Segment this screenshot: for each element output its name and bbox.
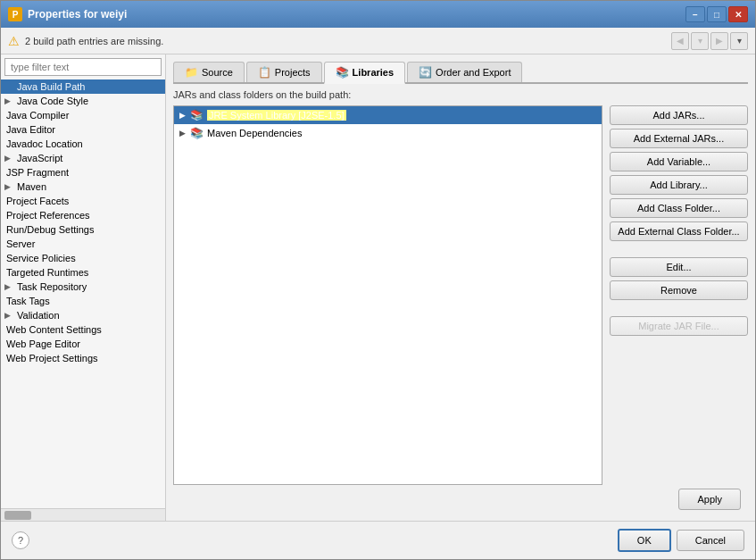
edit-button[interactable]: Edit...	[610, 257, 748, 277]
arrow-icon: ▶	[4, 182, 15, 191]
arrow-icon: ▶	[4, 154, 15, 163]
list-item[interactable]: ▶ 📚 Maven Dependencies	[174, 124, 602, 142]
properties-window: P Properties for weiyi − □ ✕ ⚠ 2 build p…	[0, 0, 756, 560]
libraries-panel: ▶ 📚 JRE System Library [J2SE-1.5] ▶ 📚 Ma…	[173, 105, 748, 485]
sidebar-item-label: Project References	[4, 210, 90, 221]
add-class-folder-button[interactable]: Add Class Folder...	[610, 198, 748, 218]
ok-button[interactable]: OK	[618, 529, 671, 552]
library-icon: 📚	[190, 109, 204, 121]
sidebar-item-label: Java Build Path	[15, 81, 85, 92]
maximize-button[interactable]: □	[707, 6, 727, 22]
add-variable-button[interactable]: Add Variable...	[610, 152, 748, 171]
sidebar-item-label: Java Code Style	[15, 96, 88, 106]
sidebar-list: Java Build Path ▶ Java Code Style Java C…	[1, 79, 165, 508]
main-area: Java Build Path ▶ Java Code Style Java C…	[1, 54, 755, 521]
sidebar-item-server[interactable]: Server	[1, 237, 165, 251]
sidebar-item-java-compiler[interactable]: Java Compiler	[1, 108, 165, 122]
bottom-left: ?	[12, 531, 612, 549]
sidebar: Java Build Path ▶ Java Code Style Java C…	[1, 54, 166, 521]
sidebar-item-jsp-fragment[interactable]: JSP Fragment	[1, 165, 165, 180]
sidebar-item-label: JavaScript	[15, 153, 62, 163]
nav-arrows: ◀ ▾ ▶ ▾	[671, 32, 748, 50]
sidebar-item-run-debug-settings[interactable]: Run/Debug Settings	[1, 222, 165, 237]
sidebar-item-label: Task Tags	[4, 296, 50, 306]
library-name: Maven Dependencies	[207, 128, 302, 138]
tab-source[interactable]: 📁 Source	[173, 62, 245, 82]
sidebar-item-maven[interactable]: ▶ Maven	[1, 180, 165, 194]
sidebar-item-task-repository[interactable]: ▶ Task Repository	[1, 280, 165, 294]
add-external-jars-button[interactable]: Add External JARs...	[610, 129, 748, 148]
sidebar-item-java-code-style[interactable]: ▶ Java Code Style	[1, 94, 165, 108]
sidebar-item-web-project-settings[interactable]: Web Project Settings	[1, 351, 165, 365]
sidebar-item-label: Project Facets	[4, 196, 69, 206]
add-external-class-folder-button[interactable]: Add External Class Folder...	[610, 221, 748, 241]
sidebar-item-label: Web Project Settings	[4, 353, 98, 364]
tab-order-export[interactable]: 🔄 Order and Export	[407, 62, 522, 82]
help-button[interactable]: ?	[12, 531, 29, 549]
forward-next-button[interactable]: ▶	[710, 32, 728, 50]
tab-bar: 📁 Source 📋 Projects 📚 Libraries 🔄 Order …	[173, 62, 748, 84]
sidebar-item-java-build-path[interactable]: Java Build Path	[1, 79, 165, 94]
sidebar-item-label: Web Page Editor	[4, 339, 80, 349]
sidebar-item-service-policies[interactable]: Service Policies	[1, 251, 165, 265]
sidebar-item-label: Service Policies	[4, 253, 76, 263]
close-button[interactable]: ✕	[728, 6, 748, 22]
minimize-button[interactable]: −	[685, 6, 705, 22]
list-item[interactable]: ▶ 📚 JRE System Library [J2SE-1.5]	[174, 106, 602, 124]
spacer	[610, 304, 748, 313]
tab-order-export-label: Order and Export	[436, 67, 511, 78]
sidebar-item-project-references[interactable]: Project References	[1, 208, 165, 222]
toolbar: ⚠ 2 build path entries are missing. ◀ ▾ …	[1, 28, 755, 54]
tab-projects[interactable]: 📋 Projects	[246, 62, 322, 82]
sidebar-item-label: Run/Debug Settings	[4, 224, 94, 235]
sidebar-item-java-editor[interactable]: Java Editor	[1, 122, 165, 137]
library-list: ▶ 📚 JRE System Library [J2SE-1.5] ▶ 📚 Ma…	[173, 105, 602, 485]
warning-text: 2 build path entries are missing.	[25, 36, 666, 46]
tab-libraries-label: Libraries	[353, 67, 394, 78]
warning-icon: ⚠	[8, 34, 20, 48]
order-export-tab-icon: 🔄	[419, 66, 432, 79]
horizontal-scrollbar[interactable]	[1, 508, 165, 521]
migrate-jar-button[interactable]: Migrate JAR File...	[610, 316, 748, 336]
sidebar-item-label: JSP Fragment	[4, 167, 69, 178]
sidebar-item-targeted-runtimes[interactable]: Targeted Runtimes	[1, 265, 165, 280]
back-button[interactable]: ◀	[671, 32, 689, 50]
sidebar-item-javadoc-location[interactable]: Javadoc Location	[1, 137, 165, 151]
sidebar-item-task-tags[interactable]: Task Tags	[1, 294, 165, 308]
sidebar-item-label: Task Repository	[15, 281, 87, 292]
menu-button[interactable]: ▾	[730, 32, 748, 50]
right-panel: 📁 Source 📋 Projects 📚 Libraries 🔄 Order …	[166, 54, 755, 521]
expand-arrow-icon: ▶	[179, 129, 190, 138]
forward-button[interactable]: ▾	[691, 32, 709, 50]
filter-input[interactable]	[4, 58, 162, 76]
sidebar-item-label: Maven	[15, 181, 46, 192]
sidebar-item-javascript[interactable]: ▶ JavaScript	[1, 151, 165, 165]
libraries-tab-icon: 📚	[336, 66, 349, 79]
horiz-scroll-thumb	[4, 511, 31, 520]
apply-button[interactable]: Apply	[678, 489, 741, 510]
bottom-bar: ? OK Cancel	[1, 521, 755, 559]
apply-row: Apply	[173, 485, 748, 514]
add-library-button[interactable]: Add Library...	[610, 175, 748, 195]
sidebar-item-label: Javadoc Location	[4, 138, 83, 149]
sidebar-item-label: Java Compiler	[4, 110, 69, 121]
titlebar-controls: − □ ✕	[685, 6, 748, 22]
sidebar-item-validation[interactable]: ▶ Validation	[1, 308, 165, 322]
tab-source-label: Source	[202, 67, 233, 78]
library-icon: 📚	[190, 127, 204, 139]
sidebar-item-project-facets[interactable]: Project Facets	[1, 194, 165, 208]
add-jars-button[interactable]: Add JARs...	[610, 105, 748, 125]
sidebar-item-web-content-settings[interactable]: Web Content Settings	[1, 322, 165, 337]
sidebar-item-label: Targeted Runtimes	[4, 267, 88, 278]
remove-button[interactable]: Remove	[610, 280, 748, 300]
titlebar: P Properties for weiyi − □ ✕	[1, 1, 755, 28]
arrow-icon: ▶	[4, 96, 15, 105]
arrow-icon: ▶	[4, 282, 15, 291]
sidebar-item-label: Validation	[15, 310, 60, 321]
tab-libraries[interactable]: 📚 Libraries	[324, 62, 405, 84]
source-tab-icon: 📁	[185, 66, 198, 79]
libraries-description: JARs and class folders on the build path…	[173, 89, 748, 100]
cancel-button[interactable]: Cancel	[677, 530, 744, 551]
sidebar-item-web-page-editor[interactable]: Web Page Editor	[1, 337, 165, 351]
sidebar-scroll: Java Build Path ▶ Java Code Style Java C…	[1, 79, 165, 508]
